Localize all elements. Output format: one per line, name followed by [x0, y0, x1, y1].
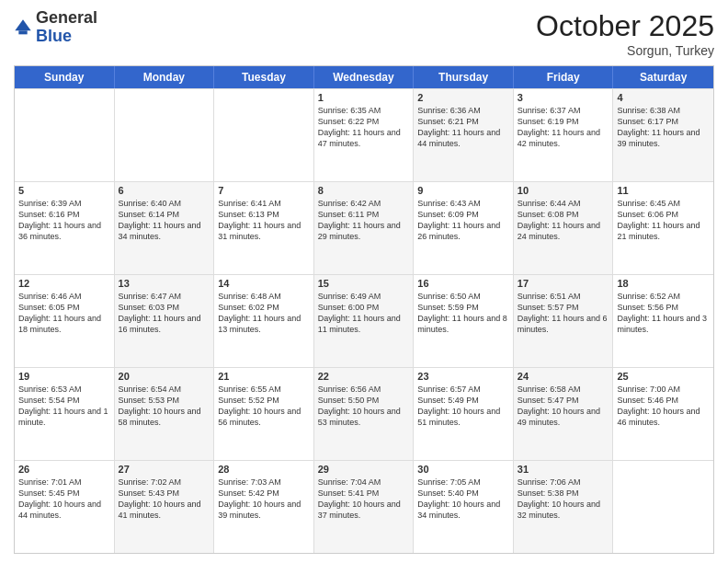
cal-cell [115, 89, 215, 181]
cal-cell: 25Sunrise: 7:00 AM Sunset: 5:46 PM Dayli… [613, 368, 713, 460]
day-details: Sunrise: 6:42 AM Sunset: 6:11 PM Dayligh… [318, 198, 410, 243]
day-number: 14 [218, 278, 310, 289]
logo: General Blue [14, 9, 97, 46]
day-number: 27 [119, 464, 210, 475]
cal-cell: 19Sunrise: 6:53 AM Sunset: 5:54 PM Dayli… [15, 368, 115, 460]
day-details: Sunrise: 6:53 AM Sunset: 5:54 PM Dayligh… [18, 384, 110, 429]
day-details: Sunrise: 6:48 AM Sunset: 6:02 PM Dayligh… [218, 291, 310, 336]
day-details: Sunrise: 6:45 AM Sunset: 6:06 PM Dayligh… [617, 198, 710, 243]
day-number: 22 [318, 371, 410, 382]
day-details: Sunrise: 6:35 AM Sunset: 6:22 PM Dayligh… [318, 105, 410, 150]
calendar-body: 1Sunrise: 6:35 AM Sunset: 6:22 PM Daylig… [15, 88, 713, 553]
cal-cell: 14Sunrise: 6:48 AM Sunset: 6:02 PM Dayli… [214, 275, 314, 367]
day-details: Sunrise: 6:52 AM Sunset: 5:56 PM Dayligh… [617, 291, 710, 336]
day-details: Sunrise: 7:02 AM Sunset: 5:43 PM Dayligh… [119, 477, 210, 522]
day-details: Sunrise: 7:00 AM Sunset: 5:46 PM Dayligh… [617, 384, 710, 429]
day-header-saturday: Saturday [613, 66, 713, 88]
day-details: Sunrise: 6:47 AM Sunset: 6:03 PM Dayligh… [119, 291, 210, 336]
day-number: 18 [617, 278, 710, 289]
day-number: 30 [417, 464, 509, 475]
cal-cell: 24Sunrise: 6:58 AM Sunset: 5:47 PM Dayli… [514, 368, 614, 460]
day-number: 2 [417, 92, 509, 103]
cal-cell: 26Sunrise: 7:01 AM Sunset: 5:45 PM Dayli… [15, 461, 115, 553]
day-header-wednesday: Wednesday [314, 66, 415, 88]
day-number: 21 [218, 371, 310, 382]
day-details: Sunrise: 6:38 AM Sunset: 6:17 PM Dayligh… [617, 105, 710, 150]
day-number: 3 [518, 92, 609, 103]
day-number: 16 [417, 278, 509, 289]
day-details: Sunrise: 6:46 AM Sunset: 6:05 PM Dayligh… [18, 291, 110, 336]
cal-cell: 31Sunrise: 7:06 AM Sunset: 5:38 PM Dayli… [514, 461, 614, 553]
week-row-4: 26Sunrise: 7:01 AM Sunset: 5:45 PM Dayli… [15, 460, 713, 553]
day-details: Sunrise: 6:54 AM Sunset: 5:53 PM Dayligh… [119, 384, 210, 429]
cal-cell: 27Sunrise: 7:02 AM Sunset: 5:43 PM Dayli… [115, 461, 215, 553]
location-subtitle: Sorgun, Turkey [536, 43, 714, 58]
day-details: Sunrise: 7:06 AM Sunset: 5:38 PM Dayligh… [518, 477, 609, 522]
day-number: 1 [318, 92, 410, 103]
day-header-monday: Monday [115, 66, 215, 88]
cal-cell: 22Sunrise: 6:56 AM Sunset: 5:50 PM Dayli… [314, 368, 415, 460]
day-number: 23 [417, 371, 509, 382]
day-number: 19 [18, 371, 110, 382]
day-header-friday: Friday [514, 66, 614, 88]
day-details: Sunrise: 6:50 AM Sunset: 5:59 PM Dayligh… [417, 291, 509, 336]
month-title: October 2025 [536, 9, 714, 43]
day-header-sunday: Sunday [15, 66, 115, 88]
day-number: 11 [617, 185, 710, 196]
day-number: 7 [218, 185, 310, 196]
logo-general: General [36, 8, 97, 27]
cal-cell: 7Sunrise: 6:41 AM Sunset: 6:13 PM Daylig… [214, 182, 314, 274]
day-details: Sunrise: 7:05 AM Sunset: 5:40 PM Dayligh… [417, 477, 509, 522]
calendar: SundayMondayTuesdayWednesdayThursdayFrid… [14, 65, 714, 554]
cal-cell: 12Sunrise: 6:46 AM Sunset: 6:05 PM Dayli… [15, 275, 115, 367]
logo-icon [14, 18, 32, 37]
day-details: Sunrise: 6:55 AM Sunset: 5:52 PM Dayligh… [218, 384, 310, 429]
cal-cell: 23Sunrise: 6:57 AM Sunset: 5:49 PM Dayli… [414, 368, 514, 460]
cal-cell: 20Sunrise: 6:54 AM Sunset: 5:53 PM Dayli… [115, 368, 215, 460]
day-details: Sunrise: 7:04 AM Sunset: 5:41 PM Dayligh… [318, 477, 410, 522]
day-header-tuesday: Tuesday [214, 66, 314, 88]
cal-cell: 11Sunrise: 6:45 AM Sunset: 6:06 PM Dayli… [613, 182, 713, 274]
cal-cell: 4Sunrise: 6:38 AM Sunset: 6:17 PM Daylig… [613, 89, 713, 181]
cal-cell: 8Sunrise: 6:42 AM Sunset: 6:11 PM Daylig… [314, 182, 415, 274]
day-details: Sunrise: 6:43 AM Sunset: 6:09 PM Dayligh… [417, 198, 509, 243]
cal-cell: 29Sunrise: 7:04 AM Sunset: 5:41 PM Dayli… [314, 461, 415, 553]
day-number: 17 [518, 278, 609, 289]
week-row-1: 5Sunrise: 6:39 AM Sunset: 6:16 PM Daylig… [15, 181, 713, 274]
day-number: 25 [617, 371, 710, 382]
cal-cell [214, 89, 314, 181]
day-number: 13 [119, 278, 210, 289]
logo-text: General Blue [36, 9, 97, 46]
svg-marker-0 [15, 19, 30, 30]
calendar-header: SundayMondayTuesdayWednesdayThursdayFrid… [15, 66, 713, 88]
day-header-thursday: Thursday [414, 66, 514, 88]
cal-cell: 15Sunrise: 6:49 AM Sunset: 6:00 PM Dayli… [314, 275, 415, 367]
day-number: 20 [119, 371, 210, 382]
cal-cell: 2Sunrise: 6:36 AM Sunset: 6:21 PM Daylig… [414, 89, 514, 181]
cal-cell: 21Sunrise: 6:55 AM Sunset: 5:52 PM Dayli… [214, 368, 314, 460]
cal-cell: 16Sunrise: 6:50 AM Sunset: 5:59 PM Dayli… [414, 275, 514, 367]
week-row-0: 1Sunrise: 6:35 AM Sunset: 6:22 PM Daylig… [15, 88, 713, 181]
day-details: Sunrise: 6:36 AM Sunset: 6:21 PM Dayligh… [417, 105, 509, 150]
day-number: 31 [518, 464, 609, 475]
cal-cell: 1Sunrise: 6:35 AM Sunset: 6:22 PM Daylig… [314, 89, 415, 181]
week-row-2: 12Sunrise: 6:46 AM Sunset: 6:05 PM Dayli… [15, 274, 713, 367]
cal-cell: 17Sunrise: 6:51 AM Sunset: 5:57 PM Dayli… [514, 275, 614, 367]
day-details: Sunrise: 6:37 AM Sunset: 6:19 PM Dayligh… [518, 105, 609, 150]
cal-cell: 30Sunrise: 7:05 AM Sunset: 5:40 PM Dayli… [414, 461, 514, 553]
day-details: Sunrise: 7:03 AM Sunset: 5:42 PM Dayligh… [218, 477, 310, 522]
cal-cell: 5Sunrise: 6:39 AM Sunset: 6:16 PM Daylig… [15, 182, 115, 274]
header: General Blue October 2025 Sorgun, Turkey [14, 9, 714, 58]
cal-cell: 9Sunrise: 6:43 AM Sunset: 6:09 PM Daylig… [414, 182, 514, 274]
day-details: Sunrise: 6:56 AM Sunset: 5:50 PM Dayligh… [318, 384, 410, 429]
cal-cell: 18Sunrise: 6:52 AM Sunset: 5:56 PM Dayli… [613, 275, 713, 367]
day-number: 15 [318, 278, 410, 289]
svg-rect-1 [18, 30, 27, 34]
day-details: Sunrise: 6:57 AM Sunset: 5:49 PM Dayligh… [417, 384, 509, 429]
day-details: Sunrise: 6:58 AM Sunset: 5:47 PM Dayligh… [518, 384, 609, 429]
day-details: Sunrise: 6:39 AM Sunset: 6:16 PM Dayligh… [18, 198, 110, 243]
day-number: 12 [18, 278, 110, 289]
cal-cell: 10Sunrise: 6:44 AM Sunset: 6:08 PM Dayli… [514, 182, 614, 274]
cal-cell: 6Sunrise: 6:40 AM Sunset: 6:14 PM Daylig… [115, 182, 215, 274]
day-number: 10 [518, 185, 609, 196]
